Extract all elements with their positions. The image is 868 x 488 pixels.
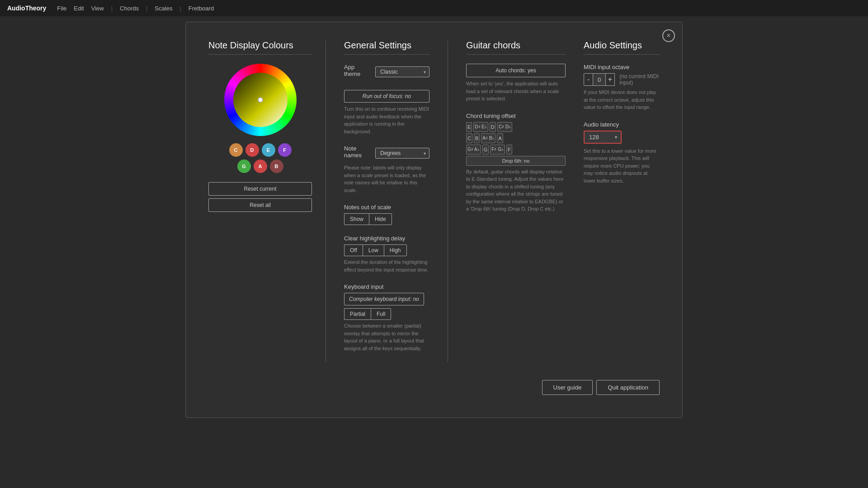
- note-names-select-wrapper: Degrees Letters None: [375, 148, 429, 159]
- auto-chords-desc: When set to 'yes', the application will …: [466, 80, 566, 103]
- highlighting-low-button[interactable]: Low: [363, 244, 384, 256]
- chord-cell-d[interactable]: D: [490, 122, 496, 132]
- note-display-section: Note Display Colours C D E F: [208, 40, 326, 362]
- menu-edit[interactable]: Edit: [74, 5, 84, 12]
- note-dot-a[interactable]: A: [254, 160, 267, 173]
- user-guide-button[interactable]: User guide: [542, 380, 593, 395]
- menu-sep-3: |: [179, 5, 181, 12]
- app-brand: AudioTheory: [7, 5, 46, 12]
- app-theme-label: App theme: [344, 64, 371, 77]
- note-names-desc: Please note: labels will only display wh…: [344, 164, 429, 194]
- midi-octave-desc: If your MIDI device does not play at the…: [584, 89, 660, 111]
- note-dots-row-2: G A B: [237, 160, 283, 173]
- keyboard-input-label: Keyboard input: [344, 283, 429, 290]
- note-dot-d[interactable]: D: [245, 143, 259, 157]
- menu-scales[interactable]: Scales: [155, 5, 172, 12]
- guitar-chords-section: Guitar chords Auto chords: yes When set …: [466, 40, 566, 362]
- reset-current-button[interactable]: Reset current: [208, 182, 312, 196]
- menu-fretboard[interactable]: Fretboard: [189, 5, 214, 12]
- app-theme-block: App theme Classic Dark Light: [344, 64, 429, 80]
- note-dot-g[interactable]: G: [237, 160, 251, 173]
- color-wheel-center-dot: [258, 97, 263, 103]
- clear-highlighting-block: Clear highlighting delay Off Low High Ex…: [344, 235, 429, 273]
- menu-chords[interactable]: Chords: [120, 5, 139, 12]
- drop6th-cell[interactable]: Drop 6th: no: [466, 156, 566, 166]
- general-settings-section: General Settings App theme Classic Dark …: [326, 40, 448, 362]
- clear-highlighting-label: Clear highlighting delay: [344, 235, 429, 242]
- midi-value: 0: [593, 73, 605, 86]
- app-theme-select-wrapper: Classic Dark Light: [375, 66, 429, 77]
- audio-latency-select-wrapper: 32 64 128 256 512 ▾: [584, 131, 622, 144]
- dialog-footer: User guide Quit application: [208, 380, 660, 395]
- chord-cell-e[interactable]: E: [466, 122, 472, 132]
- chord-cell-f[interactable]: F: [506, 145, 512, 155]
- color-wheel[interactable]: [224, 64, 297, 136]
- auto-chords-block: Auto chords: yes When set to 'yes', the …: [466, 64, 566, 103]
- note-dots-row-1: C D E F: [229, 143, 292, 157]
- note-names-select[interactable]: Degrees Letters None: [375, 148, 429, 159]
- midi-octave-block: MIDI input octave - 0 + (no current MIDI…: [584, 64, 660, 111]
- menu-file[interactable]: File: [57, 5, 66, 12]
- keyboard-layout-group: Partial Full: [344, 308, 429, 320]
- show-button[interactable]: Show: [344, 213, 369, 225]
- chord-cell-dsharp[interactable]: D♯ E♭: [473, 122, 488, 132]
- midi-minus-button[interactable]: -: [584, 73, 593, 86]
- note-names-label: Note names: [344, 145, 371, 159]
- note-dot-f[interactable]: F: [278, 143, 292, 157]
- run-out-of-focus-desc: Turn this on to continue receiving MIDI …: [344, 105, 429, 135]
- reset-all-button[interactable]: Reset all: [208, 198, 312, 212]
- chord-tuning-block: Chord tuning offset E D♯ E♭ D C♯ D♭ C B …: [466, 113, 566, 213]
- menu-view[interactable]: View: [91, 5, 104, 12]
- audio-latency-label: Audio latency: [584, 121, 660, 128]
- chord-tuning-desc: By default, guitar chords will display r…: [466, 168, 566, 213]
- chord-cell-g[interactable]: G: [482, 145, 489, 155]
- note-dot-b[interactable]: B: [270, 160, 283, 173]
- audio-latency-block: Audio latency 32 64 128 256 512 ▾ Set th…: [584, 121, 660, 185]
- chord-cell-a[interactable]: A: [497, 133, 503, 143]
- clear-highlighting-desc: Extend the duration of the highlighting …: [344, 258, 429, 273]
- auto-chords-button[interactable]: Auto chords: yes: [466, 64, 566, 77]
- computer-keyboard-input-button[interactable]: Computer keyboard input: no: [344, 293, 424, 305]
- keyboard-input-block: Keyboard input Computer keyboard input: …: [344, 283, 429, 352]
- menu-sep-1: |: [111, 5, 113, 12]
- notes-out-of-scale-group: Show Hide: [344, 213, 429, 225]
- run-out-of-focus-block: Run out of focus: no Turn this on to con…: [344, 90, 429, 135]
- color-wheel-inner: [233, 73, 288, 127]
- note-dot-c[interactable]: C: [229, 143, 243, 157]
- close-button[interactable]: ×: [662, 29, 675, 42]
- octave-control: - 0 + (no current MIDI input): [584, 73, 660, 86]
- notes-out-of-scale-label: Notes out of scale: [344, 204, 429, 211]
- audio-settings-heading: Audio Settings: [584, 40, 660, 55]
- note-display-heading: Note Display Colours: [208, 40, 312, 55]
- chord-cell-fsharp[interactable]: F♯ G♭: [490, 145, 505, 155]
- midi-plus-button[interactable]: +: [605, 73, 615, 86]
- chord-tuning-label: Chord tuning offset: [466, 113, 566, 119]
- full-button[interactable]: Full: [371, 308, 391, 320]
- color-wheel-container: C D E F G A B: [208, 64, 312, 173]
- note-dot-e[interactable]: E: [262, 143, 275, 157]
- audio-latency-desc: Set this to a lower value for more respo…: [584, 147, 660, 185]
- keyboard-desc: Choose between a smaller (partial) overl…: [344, 322, 429, 352]
- notes-out-of-scale-block: Notes out of scale Show Hide: [344, 204, 429, 225]
- chord-cell-c[interactable]: C: [466, 133, 472, 143]
- hide-button[interactable]: Hide: [369, 213, 392, 225]
- chord-cell-asharp[interactable]: A♯ B♭: [481, 133, 495, 143]
- audio-latency-select[interactable]: 32 64 128 256 512: [585, 131, 621, 143]
- quit-application-button[interactable]: Quit application: [596, 380, 660, 395]
- highlighting-off-button[interactable]: Off: [344, 244, 363, 256]
- note-names-block: Note names Degrees Letters None Please n…: [344, 145, 429, 194]
- chord-cell-gsharp[interactable]: G♯ A♭: [466, 145, 481, 155]
- run-out-of-focus-button[interactable]: Run out of focus: no: [344, 90, 429, 103]
- app-theme-select[interactable]: Classic Dark Light: [375, 66, 429, 77]
- guitar-chords-heading: Guitar chords: [466, 40, 566, 55]
- note-dots: C D E F G A B: [229, 143, 292, 173]
- midi-octave-label: MIDI input octave: [584, 64, 660, 70]
- menubar: AudioTheory File Edit View | Chords | Sc…: [0, 0, 868, 16]
- general-settings-heading: General Settings: [344, 40, 429, 55]
- chord-cell-b[interactable]: B: [474, 133, 480, 143]
- menu-sep-2: |: [146, 5, 147, 12]
- partial-button[interactable]: Partial: [344, 308, 371, 320]
- chord-cell-csharp[interactable]: C♯ D♭: [497, 122, 512, 132]
- highlighting-high-button[interactable]: High: [384, 244, 407, 256]
- midi-note-label: (no current MIDI input): [619, 73, 660, 86]
